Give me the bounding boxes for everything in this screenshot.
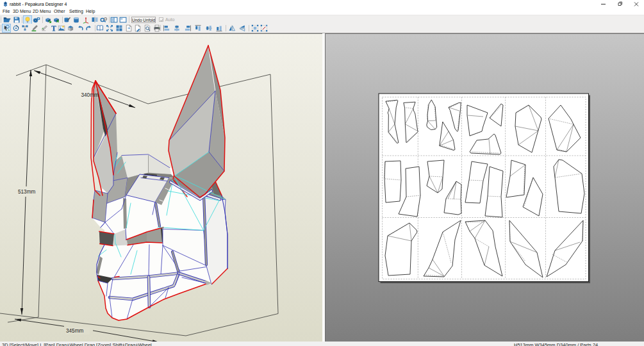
menu-item-other[interactable]: Other — [54, 8, 65, 15]
flip-vertical-icon[interactable] — [238, 24, 246, 32]
unfold-box-b-icon[interactable] — [53, 16, 60, 24]
save-file-icon[interactable] — [13, 16, 21, 24]
joint-edges-icon[interactable] — [100, 16, 108, 24]
app-logo-icon — [3, 1, 8, 7]
flip-horizontal-icon[interactable] — [228, 24, 236, 32]
maximize-restore-button[interactable] — [612, 0, 627, 8]
divide-part-icon[interactable] — [21, 24, 29, 32]
grid-setting-icon[interactable] — [115, 24, 123, 32]
2d-pattern-canvas[interactable] — [326, 34, 644, 342]
menu-item-help[interactable]: Help — [86, 8, 95, 15]
menu-item-setting[interactable]: Setting — [69, 8, 83, 15]
maximize-restore-icon — [612, 0, 627, 8]
menu-item-2d-menu[interactable]: 2D Menu — [33, 8, 51, 15]
ungroup-parts-icon[interactable] — [260, 24, 268, 32]
toolbar-grip[interactable] — [1, 17, 1, 23]
open-file-icon[interactable] — [3, 16, 11, 24]
undo-icon[interactable] — [76, 24, 84, 32]
pepakura-designer-window: rabbit - Pepakura Designer 4 File3D Menu… — [0, 0, 644, 346]
print-preview-icon[interactable] — [144, 24, 151, 32]
menu-item-3d-menu[interactable]: 3D Menu — [13, 8, 31, 15]
edit-flap-icon[interactable] — [31, 24, 38, 32]
toolbar-main: Undo Unfold Auto — [0, 15, 644, 24]
auto-checkbox[interactable] — [159, 17, 163, 22]
redo-icon[interactable] — [85, 24, 93, 32]
solid-view-icon[interactable] — [72, 16, 80, 24]
status-bar: 3D [Select/Move] L [Pan] Drag+Wheel Drag… — [0, 342, 644, 346]
toolbar-separator — [95, 25, 95, 31]
status-dimensions-text: H513mm W345mm D340mm / Parts 24 — [514, 342, 598, 346]
pattern-piece[interactable] — [384, 161, 401, 202]
minimize-button[interactable] — [595, 0, 611, 8]
page-next-icon[interactable] — [125, 24, 133, 32]
toolbar-separator — [109, 17, 110, 23]
toolbar-grip[interactable] — [129, 17, 129, 23]
select-move-icon[interactable] — [3, 24, 10, 32]
add-image-icon[interactable] — [58, 24, 65, 32]
dimension-label: 345mm — [66, 328, 83, 334]
dimension-label: 340mm — [81, 92, 99, 98]
window-title: rabbit - Pepakura Designer 4 — [10, 1, 67, 8]
book-view-icon[interactable] — [96, 24, 104, 32]
auto-checkbox-label: Auto — [165, 17, 174, 23]
toolbar-separator — [249, 25, 249, 31]
align-center-h-icon[interactable] — [173, 24, 181, 32]
axis-view-icon[interactable] — [82, 16, 90, 24]
3d-view-panel[interactable]: 340mm513mm345mm — [0, 33, 322, 342]
group-parts-icon[interactable] — [251, 24, 259, 32]
printer-icon[interactable] — [153, 24, 161, 32]
status-hint-text: 3D [Select/Move] L [Pan] Drag+Wheel Drag… — [2, 342, 152, 346]
toolbar-2d — [0, 24, 644, 33]
menu-bar: File3D Menu2D MenuOtherSettingHelp — [0, 8, 644, 15]
check-flap-icon[interactable] — [40, 24, 48, 32]
toolbar-separator — [226, 25, 226, 31]
close-button[interactable] — [629, 0, 644, 8]
box-3d-icon[interactable] — [67, 24, 74, 32]
align-top-icon[interactable] — [194, 24, 202, 32]
edit-solid-icon[interactable] — [63, 16, 71, 24]
toolbar-grip[interactable] — [1, 25, 1, 31]
align-middle-v-icon[interactable] — [205, 24, 213, 32]
fit-view-icon[interactable] — [106, 24, 113, 32]
align-right-icon[interactable] — [184, 24, 192, 32]
toolbar-separator — [22, 17, 22, 23]
light-toggle-icon[interactable] — [24, 16, 31, 24]
toolbar-separator — [42, 17, 43, 23]
two-pane-layout-icon[interactable] — [110, 16, 118, 24]
2d-view-panel[interactable] — [325, 33, 644, 342]
toolbar-separator — [62, 17, 63, 23]
texture-view-icon[interactable] — [33, 16, 40, 24]
3d-model-canvas[interactable]: 340mm513mm345mm — [0, 34, 322, 342]
close-icon — [629, 0, 644, 8]
check-icon — [160, 18, 164, 22]
dimension-label: 513mm — [18, 189, 35, 195]
minimize-icon — [595, 0, 611, 8]
undo-unfold-button[interactable]: Undo Unfold — [131, 17, 156, 23]
page-copy-icon[interactable] — [134, 24, 142, 32]
align-bottom-icon[interactable] — [215, 24, 223, 32]
title-bar: rabbit - Pepakura Designer 4 — [0, 0, 644, 8]
mirror-model-icon[interactable] — [91, 16, 99, 24]
one-pane-layout-icon[interactable] — [119, 16, 127, 24]
add-text-icon[interactable] — [50, 24, 58, 32]
align-left-icon[interactable] — [163, 24, 170, 32]
rotate-part-icon[interactable] — [12, 24, 20, 32]
menu-item-file[interactable]: File — [3, 8, 10, 15]
unfold-box-a-icon[interactable] — [44, 16, 52, 24]
